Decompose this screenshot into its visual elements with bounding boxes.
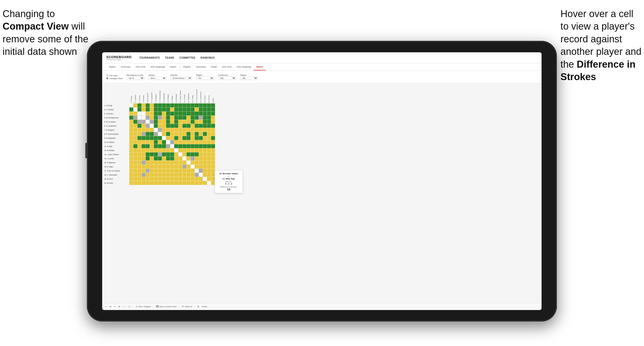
matrix-cell[interactable] <box>137 165 142 169</box>
nav-tournaments[interactable]: TOURNAMENTS <box>139 56 160 59</box>
matrix-cell[interactable] <box>170 116 174 120</box>
matrix-cell[interactable] <box>166 136 170 140</box>
matrix-cell[interactable] <box>158 169 162 173</box>
matrix-cell[interactable] <box>195 124 199 128</box>
matrix-cell[interactable] <box>137 173 142 177</box>
matrix-cell[interactable] <box>166 120 170 124</box>
matrix-cell[interactable] <box>150 112 154 116</box>
matrix-cell[interactable] <box>195 173 199 177</box>
matrix-cell[interactable] <box>142 128 146 132</box>
tab-h2h-heatmap-inner[interactable]: H2H Heatmap <box>234 64 254 70</box>
matrix-cell[interactable] <box>186 124 191 128</box>
matrix-cell[interactable] <box>133 148 137 152</box>
matrix-cell[interactable] <box>154 107 158 112</box>
matrix-cell[interactable] <box>203 148 207 152</box>
matrix-cell[interactable] <box>154 152 158 156</box>
matrix-cell[interactable] <box>150 165 154 169</box>
matrix-cell[interactable] <box>162 165 166 169</box>
matrix-cell[interactable] <box>154 103 158 107</box>
matrix-cell[interactable] <box>146 132 150 136</box>
matrix-cell[interactable] <box>207 116 211 120</box>
matrix-cell[interactable] <box>166 140 170 144</box>
matrix-cell[interactable] <box>211 152 215 156</box>
matrix-cell[interactable] <box>178 107 182 112</box>
matrix-cell[interactable] <box>150 116 154 120</box>
matrix-cell[interactable] <box>154 169 158 173</box>
matrix-cell[interactable] <box>191 160 195 165</box>
matrix-cell[interactable] <box>146 181 150 185</box>
matrix-cell[interactable] <box>211 128 215 132</box>
matrix-cell[interactable] <box>142 148 146 152</box>
matrix-cell[interactable] <box>199 116 203 120</box>
matrix-cell[interactable] <box>211 107 215 112</box>
matrix-cell[interactable] <box>191 103 195 107</box>
matrix-cell[interactable] <box>182 169 186 173</box>
zoom-button[interactable]: ⊕ <box>110 305 111 308</box>
matrix-cell[interactable] <box>158 136 162 140</box>
matrix-cell[interactable] <box>178 128 182 132</box>
matrix-cell[interactable] <box>129 160 133 165</box>
matrix-cell[interactable] <box>150 152 154 156</box>
matrix-cell[interactable] <box>203 156 207 160</box>
matrix-cell[interactable] <box>158 160 162 165</box>
matrix-cell[interactable] <box>137 103 142 107</box>
matrix-cell[interactable] <box>174 107 178 112</box>
matrix-cell[interactable] <box>186 181 191 185</box>
matrix-cell[interactable] <box>178 181 182 185</box>
tab-summary-inner[interactable]: Summary <box>193 64 208 70</box>
matrix-cell[interactable] <box>146 169 150 173</box>
matrix-cell[interactable] <box>154 177 158 181</box>
matrix-cell[interactable] <box>137 120 142 124</box>
matrix-cell[interactable] <box>199 160 203 165</box>
matrix-cell[interactable] <box>186 112 191 116</box>
matrix-cell[interactable] <box>129 173 133 177</box>
matrix-cell[interactable] <box>162 148 166 152</box>
matrix-cell[interactable] <box>203 136 207 140</box>
settings-button[interactable]: ⚙ <box>118 305 120 308</box>
matrix-cell[interactable] <box>129 140 133 144</box>
matrix-cell[interactable] <box>174 120 178 124</box>
matrix-cell[interactable] <box>186 177 191 181</box>
matrix-cell[interactable] <box>158 144 162 148</box>
tab-players[interactable]: Players <box>180 64 193 70</box>
matrix-cell[interactable] <box>191 165 195 169</box>
matrix-cell[interactable] <box>195 132 199 136</box>
matrix-cell[interactable] <box>195 144 199 148</box>
matrix-cell[interactable] <box>186 165 191 169</box>
matrix-cell[interactable] <box>199 181 203 185</box>
matrix-cell[interactable] <box>182 160 186 165</box>
matrix-cell[interactable] <box>129 165 133 169</box>
matrix-cell[interactable] <box>182 148 186 152</box>
save-custom-button[interactable]: 💾 Save Custom View <box>156 305 177 308</box>
matrix-cell[interactable] <box>199 177 203 181</box>
tab-teams[interactable]: Teams <box>106 64 118 70</box>
matrix-cell[interactable] <box>182 124 186 128</box>
matrix-cell[interactable] <box>146 156 150 160</box>
matrix-cell[interactable] <box>207 103 211 107</box>
matrix-cell[interactable] <box>203 181 207 185</box>
matrix-cell[interactable] <box>186 169 191 173</box>
matrix-cell[interactable] <box>203 177 207 181</box>
matrix-cell[interactable] <box>142 177 146 181</box>
matrix-cell[interactable] <box>186 132 191 136</box>
matrix-cell[interactable] <box>170 144 174 148</box>
zoom-controls[interactable]: + − <box>123 305 126 308</box>
matrix-cell[interactable] <box>142 120 146 124</box>
matrix-cell[interactable] <box>182 112 186 116</box>
matrix-cell[interactable] <box>133 152 137 156</box>
matrix-cell[interactable] <box>133 120 137 124</box>
matrix-cell[interactable] <box>199 124 203 128</box>
matrix-cell[interactable] <box>191 140 195 144</box>
matrix-cell[interactable] <box>203 144 207 148</box>
matrix-cell[interactable] <box>170 103 174 107</box>
matrix-cell[interactable] <box>186 144 191 148</box>
matrix-cell[interactable] <box>199 152 203 156</box>
matrix-cell[interactable] <box>186 156 191 160</box>
matrix-cell[interactable] <box>166 181 170 185</box>
matrix-cell[interactable] <box>158 132 162 136</box>
matrix-cell[interactable] <box>154 144 158 148</box>
matrix-cell[interactable] <box>203 120 207 124</box>
matrix-cell[interactable] <box>142 165 146 169</box>
share-button[interactable]: Share <box>202 305 207 308</box>
info-button[interactable]: ⓘ <box>128 305 130 308</box>
